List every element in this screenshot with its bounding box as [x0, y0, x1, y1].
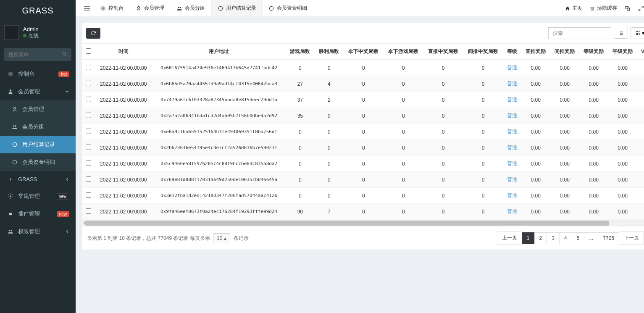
menu-toggle-icon[interactable] — [80, 5, 94, 11]
page-number[interactable]: 3 — [547, 232, 560, 244]
page-number[interactable]: 5 — [572, 232, 585, 244]
nav-item[interactable]: 控制台hot — [0, 65, 76, 83]
column-header[interactable]: 用户地址 — [152, 44, 285, 60]
column-header[interactable]: V5 — [637, 44, 644, 60]
row-checkbox[interactable] — [86, 192, 91, 198]
tab[interactable]: 控制台 — [94, 0, 130, 16]
nav-icon — [6, 193, 15, 199]
tab-icon — [176, 5, 182, 11]
nav-item[interactable]: 会员管理 — [0, 100, 76, 118]
page-number[interactable]: 2 — [534, 232, 547, 244]
nav-label: 权限管理 — [18, 228, 40, 235]
refresh-button[interactable] — [86, 28, 100, 39]
language-icon[interactable] — [625, 5, 631, 11]
prev-page[interactable]: 上一页 — [497, 231, 522, 245]
nav-item[interactable]: 插件管理new — [0, 205, 76, 223]
cell-uwins: 0 — [344, 156, 384, 172]
level-link[interactable]: 普通 — [507, 129, 517, 134]
tabs: 控制台会员管理会员分组用户结算记录会员资金明细 — [94, 0, 313, 16]
svg-point-5 — [13, 125, 15, 127]
fullscreen-icon[interactable] — [638, 5, 644, 11]
column-header[interactable]: 等级 — [503, 44, 521, 60]
row-checkbox[interactable] — [86, 81, 91, 86]
user-status: 在线 — [23, 32, 39, 39]
svg-rect-13 — [84, 8, 90, 8]
column-header[interactable]: 直推奖励 — [521, 44, 550, 60]
cell-ireward: 0.00 — [550, 204, 579, 220]
select-all-checkbox[interactable] — [86, 48, 91, 54]
cell-ugames: 0 — [384, 188, 423, 204]
nav-item[interactable]: 权限管理 — [0, 223, 76, 240]
cell-level: 普通 — [503, 188, 521, 204]
cell-level: 普通 — [503, 140, 521, 156]
level-link[interactable]: 普通 — [507, 208, 517, 214]
column-header[interactable]: 时间 — [95, 44, 152, 60]
level-link[interactable]: 普通 — [507, 145, 517, 150]
cell-dreward: 0.00 — [521, 156, 550, 172]
column-header[interactable]: 游戏局数 — [286, 44, 315, 60]
table-search-input[interactable] — [548, 27, 611, 39]
tab[interactable]: 会员分组 — [171, 0, 211, 16]
level-link[interactable]: 普通 — [507, 97, 517, 103]
brand-logo[interactable]: GRASS — [0, 0, 76, 21]
svg-rect-39 — [637, 34, 638, 35]
level-link[interactable]: 普通 — [507, 176, 517, 182]
cell-ugames: 0 — [384, 76, 423, 92]
page-number[interactable]: 1 — [522, 232, 535, 244]
level-link[interactable]: 普通 — [507, 65, 517, 71]
grid-button[interactable]: ▾ — [631, 27, 644, 39]
nav-item[interactable]: GRASS — [0, 171, 76, 187]
scrollbar-thumb[interactable] — [85, 221, 609, 226]
nav-item[interactable]: 常规管理new — [0, 187, 76, 205]
panel: ▾ ▾ 时间用户地址游戏局数胜利局数伞下中奖局数伞下游戏局数直推中奖局数间推中奖… — [82, 23, 644, 250]
cell-iwins: 0 — [463, 108, 503, 124]
row-checkbox[interactable] — [86, 97, 91, 102]
nav-item[interactable]: 会员资金明细 — [0, 153, 76, 171]
horizontal-scrollbar[interactable] — [82, 220, 644, 226]
row-checkbox[interactable] — [86, 145, 91, 150]
row-checkbox[interactable] — [86, 208, 91, 214]
column-header[interactable]: 直推中奖局数 — [423, 44, 463, 60]
cell-v5 — [637, 124, 644, 140]
cell-dreward: 0.00 — [521, 76, 550, 92]
page-number[interactable]: 7705 — [598, 232, 619, 244]
column-header[interactable]: 等级奖励 — [579, 44, 608, 60]
nav-item[interactable]: 用户结算记录 — [0, 136, 76, 153]
row-checkbox[interactable] — [86, 160, 91, 166]
level-link[interactable]: 普通 — [507, 192, 517, 198]
nav-menu: 控制台hot会员管理会员管理会员分组用户结算记录会员资金明细GRASS常规管理n… — [0, 65, 76, 240]
cell-lreward: 0.00 — [579, 108, 608, 124]
tab[interactable]: 会员资金明细 — [263, 0, 313, 16]
cell-preward: 0.00 — [608, 188, 637, 204]
sidebar-search-input[interactable] — [4, 48, 71, 61]
tab[interactable]: 用户结算记录 — [211, 0, 263, 16]
row-checkbox[interactable] — [86, 129, 91, 134]
nav-item[interactable]: 会员分组 — [0, 118, 76, 136]
search-icon[interactable] — [62, 52, 67, 57]
svg-point-17 — [178, 6, 179, 8]
column-header[interactable]: 间推中奖局数 — [463, 44, 503, 60]
column-header[interactable]: 间推奖励 — [550, 44, 579, 60]
page-number[interactable]: 4 — [559, 232, 572, 244]
column-header[interactable]: 胜利局数 — [315, 44, 344, 60]
level-link[interactable]: 普通 — [507, 160, 517, 166]
user-avatar[interactable] — [4, 25, 19, 40]
nav-item[interactable]: 会员管理 — [0, 83, 76, 100]
tab[interactable]: 会员管理 — [130, 0, 171, 16]
per-page-select[interactable]: 10▴ — [213, 233, 230, 243]
column-header[interactable]: 平级奖励 — [608, 44, 637, 60]
row-checkbox[interactable] — [86, 176, 91, 182]
table-row: 2022-11-02 00:00:00 0x7479a6fc6f03328a87… — [82, 92, 644, 108]
level-link[interactable]: 普通 — [507, 81, 517, 87]
refresh-icon — [91, 31, 96, 36]
column-header[interactable]: 伞下游戏局数 — [384, 44, 423, 60]
status-dot-icon — [23, 34, 26, 37]
level-link[interactable]: 普通 — [507, 113, 517, 118]
next-page[interactable]: 下一页 — [619, 231, 644, 245]
clear-cache-link[interactable]: 清除缓存 — [590, 5, 617, 12]
row-checkbox[interactable] — [86, 113, 91, 118]
column-header[interactable]: 伞下中奖局数 — [344, 44, 384, 60]
row-checkbox[interactable] — [86, 65, 91, 70]
columns-button[interactable] — [614, 28, 628, 39]
home-link[interactable]: 主页 — [565, 5, 582, 12]
